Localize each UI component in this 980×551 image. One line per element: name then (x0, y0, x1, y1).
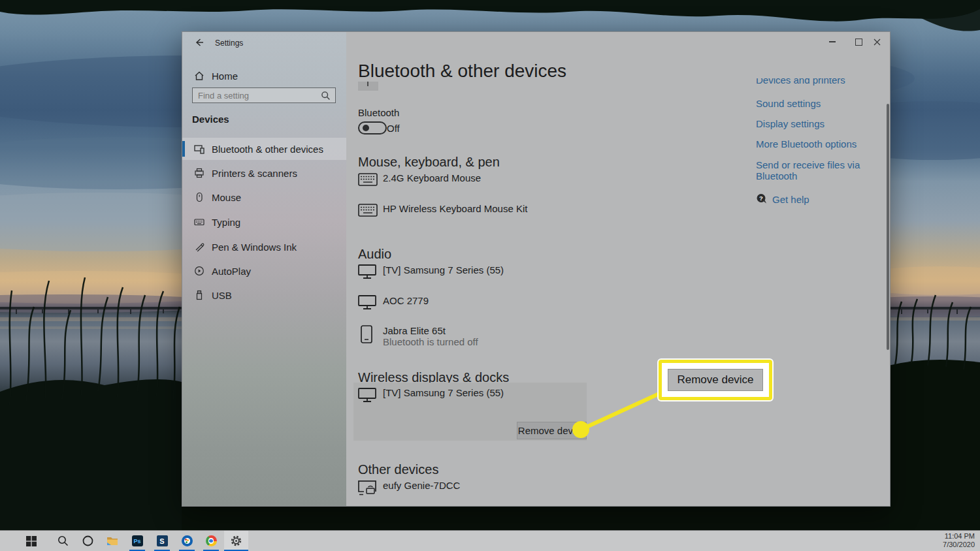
taskbar-clock[interactable]: 11:04 PM 7/30/2020 (943, 532, 975, 549)
mouse-icon (194, 192, 204, 202)
sidebar: Settings Home Devices Bluetooth (182, 32, 346, 506)
photoshop-button[interactable]: Ps (127, 531, 147, 551)
get-help-link[interactable]: Get help (772, 194, 809, 205)
sidebar-item-label: Bluetooth & other devices (212, 144, 323, 155)
home-icon (194, 71, 204, 81)
sidebar-item-usb[interactable]: USB (182, 284, 346, 306)
sidebar-item-label: Mouse (212, 192, 241, 203)
remove-device-callout: Remove device (659, 360, 772, 400)
cortana-icon (82, 535, 93, 546)
keyboard-device-icon (358, 204, 378, 218)
page-title: Bluetooth & other devices (358, 61, 566, 82)
sidebar-item-pen-windows-ink[interactable]: Pen & Windows Ink (182, 236, 346, 258)
device-status: Bluetooth is turned off (383, 336, 478, 347)
bluetooth-toggle-state: Off (387, 123, 400, 134)
related-link-display-settings[interactable]: Display settings (756, 118, 825, 129)
device-name[interactable]: eufy Genie-7DCC (383, 480, 460, 491)
usb-icon (194, 290, 204, 300)
clock-time: 11:04 PM (943, 532, 975, 541)
get-help-icon: ? (756, 193, 768, 204)
device-name[interactable]: HP Wireless Keyboard Mouse Kit (383, 203, 527, 214)
remove-device-callout-button[interactable]: Remove device (668, 369, 763, 391)
search-icon (57, 535, 69, 546)
question-mark-glyph: ? (759, 195, 763, 202)
device-name[interactable]: [TV] Samsung 7 Series (55) (383, 264, 504, 276)
cast-device-icon (358, 480, 378, 496)
settings-gear-icon (230, 535, 242, 547)
snagit-button[interactable]: S (152, 531, 172, 551)
monitor-device-icon (358, 264, 376, 279)
search-input[interactable] (193, 91, 321, 101)
sidebar-item-label: Printers & scanners (212, 168, 297, 179)
close-button[interactable] (864, 32, 890, 52)
blue-circle-app-icon (182, 535, 193, 546)
file-explorer-icon (106, 536, 118, 546)
toggle-knob (363, 125, 369, 131)
scrollbar-thumb[interactable] (887, 104, 889, 350)
device-name[interactable]: 2.4G Keyboard Mouse (383, 172, 481, 183)
desktop: Settings Home Devices Bluetooth (0, 0, 980, 551)
back-arrow-icon[interactable] (194, 37, 204, 48)
printer-icon (194, 168, 204, 178)
sidebar-item-mouse[interactable]: Mouse (182, 186, 346, 208)
selected-device-name[interactable]: [TV] Samsung 7 Series (55) (383, 387, 504, 398)
callout-dot (572, 421, 589, 438)
section-title-audio: Audio (358, 247, 391, 262)
sidebar-item-label: Typing (212, 217, 240, 228)
device-name[interactable]: Jabra Elite 65t (383, 325, 446, 336)
devices-icon (194, 144, 204, 154)
photoshop-icon: Ps (132, 535, 143, 546)
keyboard-icon (194, 217, 204, 227)
clock-date: 7/30/2020 (943, 541, 975, 549)
bluetooth-toggle-label: Bluetooth (358, 107, 399, 118)
related-link-send-receive-files[interactable]: Send or receive files via Bluetooth (756, 159, 890, 181)
file-explorer-button[interactable] (103, 531, 122, 551)
autoplay-icon (194, 266, 204, 276)
cortana-button[interactable] (78, 531, 97, 551)
sidebar-item-home[interactable]: Home (182, 65, 346, 87)
minimize-button[interactable] (819, 32, 845, 52)
monitor-device-icon (358, 388, 376, 403)
related-link-clipped[interactable]: Devices and printers (756, 78, 900, 87)
related-link-sound-settings[interactable]: Sound settings (756, 98, 821, 109)
pen-icon (194, 242, 204, 252)
taskbar-search-button[interactable] (53, 531, 73, 551)
related-link-more-bluetooth-options[interactable]: More Bluetooth options (756, 138, 857, 150)
sidebar-item-label: Home (212, 71, 238, 82)
device-name[interactable]: AOC 2779 (383, 295, 429, 306)
chrome-button[interactable] (201, 531, 221, 551)
settings-taskbar-button[interactable] (224, 531, 248, 551)
earbuds-device-icon (361, 325, 372, 343)
snagit-icon: S (157, 535, 168, 546)
search-icon (321, 91, 331, 101)
monitor-device-icon (358, 295, 376, 310)
close-icon (874, 39, 881, 46)
minimize-icon (829, 41, 836, 42)
sidebar-item-bluetooth-other-devices[interactable]: Bluetooth & other devices (182, 138, 346, 160)
taskbar: Ps S 11:04 PM 7/30/2020 (0, 530, 980, 551)
sidebar-item-autoplay[interactable]: AutoPlay (182, 260, 346, 282)
settings-window: Settings Home Devices Bluetooth (182, 31, 890, 507)
sidebar-item-printers-scanners[interactable]: Printers & scanners (182, 162, 346, 184)
maximize-icon (855, 39, 862, 46)
sidebar-item-label: AutoPlay (212, 266, 251, 277)
sidebar-item-typing[interactable]: Typing (182, 211, 346, 233)
section-title-mouse-keyboard-pen: Mouse, keyboard, & pen (358, 155, 500, 170)
add-device-button-clipped[interactable] (358, 82, 378, 91)
keyboard-device-icon (358, 173, 378, 187)
sidebar-item-label: Pen & Windows Ink (212, 242, 297, 253)
section-title-other-devices: Other devices (358, 462, 438, 477)
windows-logo-icon (26, 536, 37, 546)
sidebar-section-label: Devices (192, 114, 229, 125)
related-link[interactable]: Devices and printers (756, 78, 900, 86)
window-title: Settings (215, 39, 243, 48)
sidebar-item-label: USB (212, 290, 232, 301)
bluetooth-toggle[interactable] (358, 121, 387, 134)
search-box (192, 87, 336, 103)
start-button[interactable] (22, 531, 41, 551)
chrome-icon (206, 535, 217, 546)
blue-circle-app-button[interactable] (177, 531, 197, 551)
